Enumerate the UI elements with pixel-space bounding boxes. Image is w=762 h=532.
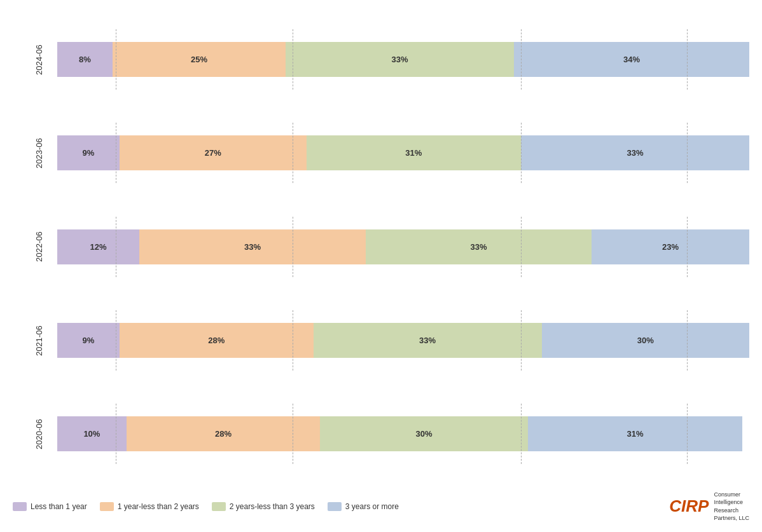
bar-segment: 33%	[521, 135, 749, 170]
legend-swatch	[212, 502, 226, 511]
bar-row: 2024-068%25%33%34%	[13, 34, 749, 85]
bar-segment: 12%	[57, 229, 139, 264]
bar-segment: 23%	[592, 229, 749, 264]
bar-segment: 34%	[514, 42, 749, 77]
stacked-bar: 9%27%31%33%	[57, 135, 749, 170]
legend-label: Less than 1 year	[31, 502, 87, 511]
bar-row: 2021-069%28%33%30%	[13, 315, 749, 366]
legend-item: 3 years or more	[328, 502, 399, 511]
stacked-bar: 12%33%33%23%	[57, 229, 749, 264]
bar-row: 2023-069%27%31%33%	[13, 128, 749, 179]
brand-cirp-text: CIRP	[669, 496, 709, 516]
legend-item: 1 year-less than 2 years	[100, 502, 199, 511]
legend-swatch	[100, 502, 114, 511]
brand-logo: CIRP Consumer Intelligence Research Part…	[669, 491, 749, 522]
bar-segment: 33%	[366, 229, 592, 264]
legend-swatch	[13, 502, 27, 511]
legend-swatch	[328, 502, 342, 511]
legend-item: 2 years-less than 3 years	[212, 502, 315, 511]
legend-label: 3 years or more	[345, 502, 399, 511]
bar-segment: 9%	[57, 135, 120, 170]
bar-segment: 31%	[528, 416, 742, 451]
bar-segment: 33%	[286, 42, 514, 77]
y-axis-label: 2020-06	[13, 409, 57, 460]
legend-area: Less than 1 year1 year-less than 2 years…	[13, 481, 749, 526]
y-axis-label: 2021-06	[13, 315, 57, 366]
bar-segment: 31%	[307, 135, 521, 170]
legend-label: 1 year-less than 2 years	[118, 502, 199, 511]
chart-area: 2024-068%25%33%34%2023-069%27%31%33%2022…	[13, 13, 749, 481]
bar-segment: 30%	[542, 323, 749, 358]
stacked-bar: 8%25%33%34%	[57, 42, 749, 77]
bar-segment: 30%	[320, 416, 527, 451]
bar-segment: 9%	[57, 323, 120, 358]
y-axis-label: 2024-06	[13, 34, 57, 85]
y-axis-label: 2023-06	[13, 128, 57, 179]
bar-segment: 28%	[120, 323, 314, 358]
bar-segment: 10%	[57, 416, 127, 451]
bar-segment: 33%	[314, 323, 542, 358]
bar-segment: 8%	[57, 42, 113, 77]
stacked-bar: 10%28%30%31%	[57, 416, 749, 451]
bar-segment: 28%	[127, 416, 321, 451]
bar-segment: 25%	[113, 42, 286, 77]
stacked-bar: 9%28%33%30%	[57, 323, 749, 358]
brand-company-text: Consumer Intelligence Research Partners,…	[714, 491, 749, 522]
legend-items: Less than 1 year1 year-less than 2 years…	[13, 502, 399, 511]
bar-row: 2020-0610%28%30%31%	[13, 409, 749, 460]
legend-label: 2 years-less than 3 years	[230, 502, 315, 511]
legend-item: Less than 1 year	[13, 502, 87, 511]
bar-segment: 27%	[120, 135, 307, 170]
y-axis-label: 2022-06	[13, 221, 57, 272]
bar-row: 2022-0612%33%33%23%	[13, 221, 749, 272]
bar-segment: 33%	[139, 229, 365, 264]
